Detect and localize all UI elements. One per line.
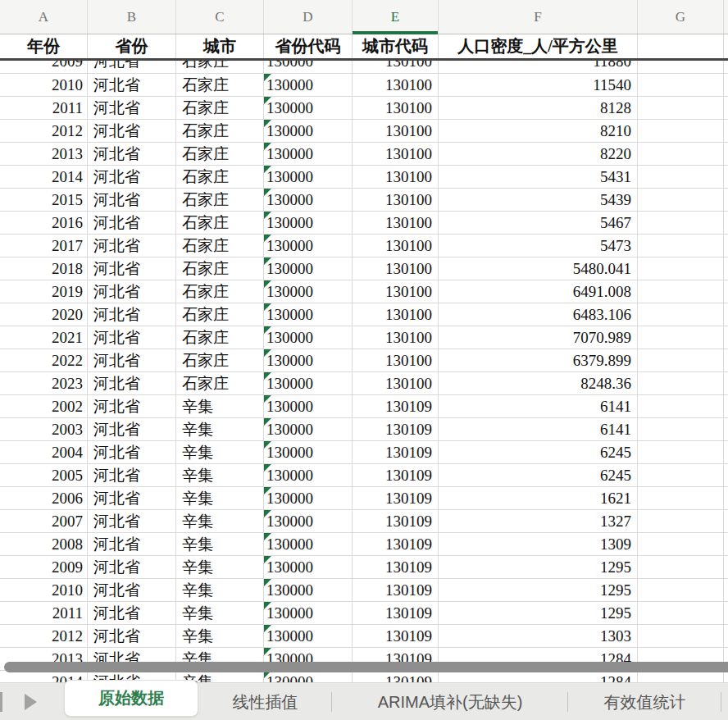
column-header-C[interactable]: C [176, 0, 264, 34]
density-cell[interactable]: 1284 [439, 671, 638, 682]
year-cell[interactable]: 2019 [0, 280, 88, 303]
city-code-cell[interactable]: 130100 [353, 212, 439, 234]
city-code-cell[interactable]: 130109 [353, 464, 439, 486]
province-cell[interactable]: 河北省 [88, 556, 176, 578]
density-cell[interactable]: 1295 [439, 556, 638, 578]
province-cell[interactable]: 河北省 [88, 441, 176, 463]
province-cell[interactable]: 河北省 [88, 280, 176, 303]
city-cell[interactable]: 辛集 [176, 579, 264, 601]
year-cell[interactable]: 2011 [0, 97, 88, 119]
column-header-E[interactable]: E [353, 0, 439, 34]
empty-cell[interactable] [638, 166, 724, 188]
province-code-cell[interactable]: 130000 [264, 97, 353, 119]
empty-cell[interactable] [638, 533, 724, 555]
province-code-cell[interactable]: 130000 [264, 235, 353, 257]
province-cell[interactable]: 河北省 [88, 235, 176, 257]
empty-cell[interactable] [638, 349, 724, 371]
year-cell[interactable]: 2023 [0, 372, 88, 394]
year-cell[interactable]: 2020 [0, 303, 88, 326]
density-cell[interactable]: 1309 [439, 533, 638, 555]
city-code-cell[interactable]: 130109 [353, 625, 439, 647]
empty-cell[interactable] [638, 625, 724, 647]
province-code-cell[interactable]: 130000 [264, 533, 353, 555]
empty-cell[interactable] [638, 257, 724, 280]
city-code-cell[interactable]: 130100 [353, 166, 439, 188]
city-code-cell[interactable]: 130100 [353, 235, 439, 257]
province-cell[interactable]: 河北省 [88, 625, 176, 647]
province-cell[interactable]: 河北省 [88, 303, 176, 326]
year-cell[interactable]: 2003 [0, 418, 88, 440]
province-cell[interactable]: 河北省 [88, 533, 176, 555]
province-code-cell[interactable]: 130000 [264, 418, 353, 440]
empty-cell[interactable] [638, 418, 724, 440]
tab-valid-value-stats[interactable]: 有效值统计 [568, 683, 721, 720]
city-cell[interactable]: 石家庄 [176, 303, 264, 326]
province-cell[interactable]: 河北省 [88, 418, 176, 440]
density-cell[interactable]: 11880 [439, 61, 638, 73]
province-code-cell[interactable]: 130000 [264, 143, 353, 165]
year-cell[interactable]: 2021 [0, 326, 88, 349]
city-code-cell[interactable]: 130109 [353, 556, 439, 578]
header-cell[interactable]: 省份 [88, 34, 176, 58]
density-cell[interactable]: 6379.899 [439, 349, 638, 371]
empty-cell[interactable] [638, 671, 724, 682]
column-header-D[interactable]: D [264, 0, 353, 34]
header-cell[interactable]: 人口密度_人/平方公里 [439, 34, 638, 58]
tab-linear-interpolation[interactable]: 线性插值 [198, 683, 332, 720]
province-code-cell[interactable]: 130000 [264, 556, 353, 578]
empty-cell[interactable] [638, 579, 724, 601]
empty-cell[interactable] [638, 556, 724, 578]
province-cell[interactable]: 河北省 [88, 510, 176, 532]
province-code-cell[interactable]: 130000 [264, 74, 353, 96]
province-code-cell[interactable]: 130000 [264, 303, 353, 326]
header-cell[interactable]: 城市 [176, 34, 264, 58]
city-cell[interactable]: 辛集 [176, 441, 264, 463]
header-cell-empty[interactable] [638, 34, 724, 58]
year-cell[interactable]: 2009 [0, 61, 88, 73]
city-code-cell[interactable]: 130100 [353, 97, 439, 119]
empty-cell[interactable] [638, 303, 724, 326]
city-cell[interactable]: 辛集 [176, 395, 264, 417]
city-code-cell[interactable]: 130109 [353, 395, 439, 417]
year-cell[interactable]: 2017 [0, 235, 88, 257]
empty-cell[interactable] [638, 97, 724, 119]
city-cell[interactable]: 石家庄 [176, 212, 264, 234]
column-header-B[interactable]: B [88, 0, 176, 34]
empty-cell[interactable] [638, 189, 724, 211]
city-code-cell[interactable]: 130109 [353, 510, 439, 532]
year-cell[interactable]: 2018 [0, 257, 88, 280]
province-cell[interactable]: 河北省 [88, 212, 176, 234]
year-cell[interactable]: 2002 [0, 395, 88, 417]
city-code-cell[interactable]: 130100 [353, 303, 439, 326]
column-header-G[interactable]: G [638, 0, 724, 34]
density-cell[interactable]: 1295 [439, 602, 638, 624]
density-cell[interactable]: 5439 [439, 189, 638, 211]
province-code-cell[interactable]: 130000 [264, 372, 353, 394]
province-cell[interactable]: 河北省 [88, 120, 176, 142]
density-cell[interactable]: 5467 [439, 212, 638, 234]
city-code-cell[interactable]: 130109 [353, 533, 439, 555]
tab-arima-fill[interactable]: ARIMA填补(无缺失) [332, 683, 568, 720]
province-code-cell[interactable]: 130000 [264, 166, 353, 188]
city-code-cell[interactable]: 130100 [353, 257, 439, 280]
province-code-cell[interactable]: 130000 [264, 625, 353, 647]
year-cell[interactable]: 2010 [0, 74, 88, 96]
city-cell[interactable]: 石家庄 [176, 326, 264, 349]
density-cell[interactable]: 5480.041 [439, 257, 638, 280]
province-code-cell[interactable]: 130000 [264, 280, 353, 303]
header-cell[interactable]: 省份代码 [264, 34, 353, 58]
year-cell[interactable]: 2011 [0, 602, 88, 624]
empty-cell[interactable] [638, 74, 724, 96]
header-cell[interactable]: 城市代码 [353, 34, 439, 58]
city-cell[interactable]: 石家庄 [176, 189, 264, 211]
city-cell[interactable]: 辛集 [176, 625, 264, 647]
header-cell[interactable]: 年份 [0, 34, 88, 58]
province-code-cell[interactable]: 130000 [264, 189, 353, 211]
empty-cell[interactable] [638, 235, 724, 257]
density-cell[interactable]: 1621 [439, 487, 638, 509]
empty-cell[interactable] [638, 395, 724, 417]
city-cell[interactable]: 石家庄 [176, 143, 264, 165]
year-cell[interactable]: 2014 [0, 166, 88, 188]
density-cell[interactable]: 6483.106 [439, 303, 638, 326]
city-cell[interactable]: 石家庄 [176, 97, 264, 119]
